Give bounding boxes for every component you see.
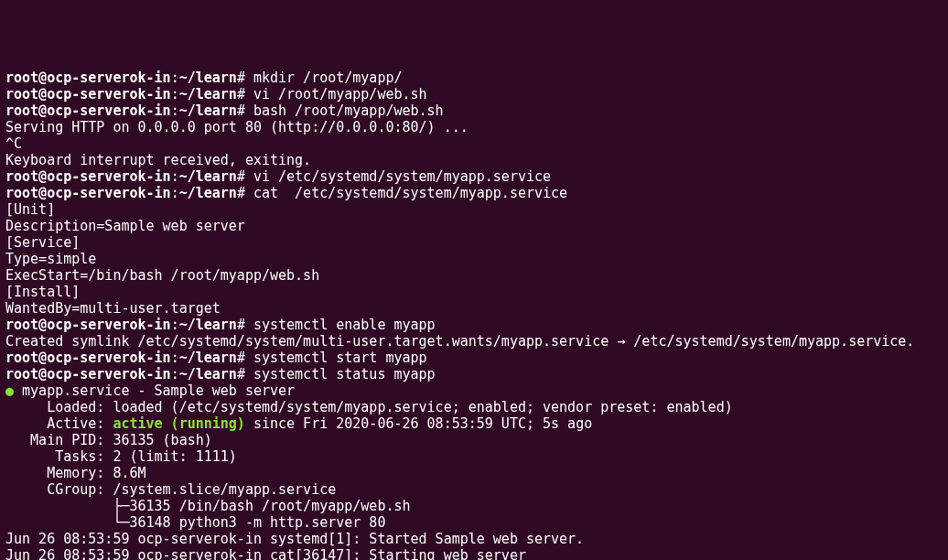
command-text: systemctl enable myapp [253, 317, 436, 333]
status-line: Tasks: 2 (limit: 1111) [5, 448, 943, 465]
command-text: systemctl start myapp [253, 350, 427, 366]
service-file-line: WantedBy=multi-user.target [5, 300, 943, 317]
cmd-line-5: root@ocp-serverok-in:~/learn# cat /etc/s… [5, 185, 943, 201]
service-file-line: Description=Sample web server [5, 218, 943, 234]
status-line: Memory: 8.6M [5, 465, 943, 481]
command-text: bash /root/myapp/web.sh [253, 102, 444, 119]
prompt-user-host: root@ocp-serverok-in [5, 70, 171, 86]
cmd-line-7: root@ocp-serverok-in:~/learn# systemctl … [5, 350, 943, 366]
cmd-line-3: root@ocp-serverok-in:~/learn# bash /root… [5, 102, 943, 119]
cmd-line-1: root@ocp-serverok-in:~/learn# mkdir /roo… [5, 70, 943, 86]
status-active-line: Active: active (running) since Fri 2020-… [5, 415, 943, 432]
status-active-running: active (running) [113, 415, 245, 432]
status-line: Loaded: loaded (/etc/systemd/system/myap… [5, 399, 943, 415]
status-line: └─36148 python3 -m http.server 80 [5, 514, 943, 531]
output-line: Keyboard interrupt received, exiting. [5, 152, 943, 168]
command-text: vi /etc/systemd/system/myapp.service [253, 168, 551, 185]
status-dot-icon: ● [5, 382, 14, 399]
command-text: systemctl status myapp [253, 366, 436, 382]
status-line: Main PID: 36135 (bash) [5, 432, 943, 448]
log-line: Jun 26 08:53:59 ocp-serverok-in cat[3614… [5, 547, 943, 560]
status-line: ● myapp.service - Sample web server [5, 382, 943, 399]
terminal-output[interactable]: root@ocp-serverok-in:~/learn# mkdir /roo… [5, 70, 943, 560]
status-line: ├─36135 /bin/bash /root/myapp/web.sh [5, 498, 943, 514]
cmd-line-6: root@ocp-serverok-in:~/learn# systemctl … [5, 317, 943, 333]
cmd-line-4: root@ocp-serverok-in:~/learn# vi /etc/sy… [5, 168, 943, 185]
cmd-line-8: root@ocp-serverok-in:~/learn# systemctl … [5, 366, 943, 382]
cmd-line-2: root@ocp-serverok-in:~/learn# vi /root/m… [5, 86, 943, 102]
service-file-line: Type=simple [5, 251, 943, 267]
log-line: Jun 26 08:53:59 ocp-serverok-in systemd[… [5, 531, 943, 547]
command-text: cat /etc/systemd/system/myapp.service [253, 185, 567, 201]
command-text: mkdir /root/myapp/ [253, 70, 403, 86]
service-file-line: ExecStart=/bin/bash /root/myapp/web.sh [5, 267, 943, 284]
output-line: Created symlink /etc/systemd/system/mult… [5, 333, 943, 350]
service-file-line: [Install] [5, 284, 943, 300]
command-text: vi /root/myapp/web.sh [253, 86, 427, 102]
output-line: ^C [5, 135, 943, 152]
status-line: CGroup: /system.slice/myapp.service [5, 481, 943, 498]
service-file-line: [Service] [5, 234, 943, 251]
service-file-line: [Unit] [5, 201, 943, 218]
prompt-path: ~/learn [179, 70, 237, 86]
output-line: Serving HTTP on 0.0.0.0 port 80 (http://… [5, 119, 943, 135]
